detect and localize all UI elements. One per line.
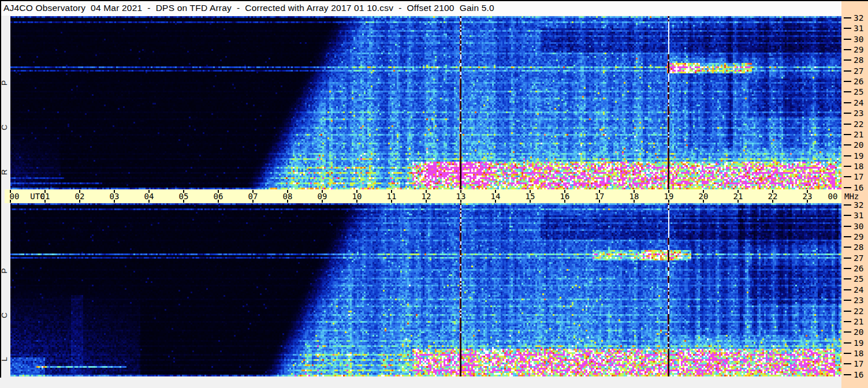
freq-label: 19 xyxy=(854,151,863,161)
time-label: 10 xyxy=(352,192,362,201)
freq-tick xyxy=(844,278,851,279)
freq-tick xyxy=(844,247,851,248)
freq-label: 32 xyxy=(854,13,863,23)
time-label: 23 xyxy=(803,192,813,201)
freq-tick xyxy=(844,236,851,237)
freq-label: 29 xyxy=(854,45,863,54)
freq-label: 22 xyxy=(854,120,863,129)
freq-label: 26 xyxy=(854,77,863,86)
freq-label: 29 xyxy=(854,232,863,241)
freq-label: 31 xyxy=(854,24,863,33)
freq-tick xyxy=(844,226,851,227)
freq-tick xyxy=(844,215,851,216)
panel-label-rcp: R C P xyxy=(0,61,10,176)
time-label: 16 xyxy=(560,192,570,201)
time-label: 11 xyxy=(387,192,397,201)
time-label: 02 xyxy=(75,192,85,201)
time-label: 06 xyxy=(214,192,223,201)
time-label: 04 xyxy=(144,192,154,201)
freq-label: 25 xyxy=(854,274,863,283)
time-label: 14 xyxy=(491,192,501,201)
freq-tick xyxy=(844,134,851,135)
freq-tick xyxy=(844,166,851,167)
time-unit-label: UTC xyxy=(30,192,44,201)
freq-label: 17 xyxy=(854,359,863,368)
time-label: 17 xyxy=(595,192,605,201)
freq-unit-label: MHz xyxy=(844,192,859,201)
freq-tick xyxy=(844,39,851,40)
frame-border-left xyxy=(0,0,1,378)
freq-label: 20 xyxy=(854,327,863,337)
freq-tick xyxy=(844,176,851,177)
title-bar: AJ4CO Observatory 04 Mar 2021 - DPS on T… xyxy=(0,0,841,16)
freq-label: 17 xyxy=(854,172,863,181)
time-label: 20 xyxy=(699,192,709,201)
freq-tick xyxy=(844,353,851,354)
freq-label: 31 xyxy=(854,211,863,220)
time-label: 22 xyxy=(768,192,778,201)
time-axis-band: 0001020304050607080910111213141516171819… xyxy=(5,189,841,203)
freq-tick xyxy=(844,321,851,322)
freq-label: 24 xyxy=(854,285,863,294)
frequency-scale-column: 3231302928272625242322212019181716323130… xyxy=(841,0,868,388)
freq-tick xyxy=(844,342,851,344)
freq-tick xyxy=(844,59,851,61)
freq-label: 30 xyxy=(854,222,863,231)
freq-label: 16 xyxy=(854,183,863,192)
freq-tick xyxy=(844,124,851,125)
panel-label-lcp: L C P xyxy=(0,248,10,363)
freq-label: 16 xyxy=(854,370,863,379)
time-label: 07 xyxy=(248,192,258,201)
freq-label: 24 xyxy=(854,98,863,107)
freq-label: 27 xyxy=(854,66,863,76)
frame-border-top xyxy=(0,0,868,1)
freq-tick xyxy=(844,144,851,146)
time-label: 21 xyxy=(733,192,743,201)
freq-label: 26 xyxy=(854,264,863,273)
freq-tick xyxy=(844,81,851,82)
freq-label: 32 xyxy=(854,200,863,210)
freq-label: 18 xyxy=(854,162,863,171)
window-title: AJ4CO Observatory 04 Mar 2021 - DPS on T… xyxy=(3,3,494,13)
time-label: 18 xyxy=(629,192,639,201)
time-label: 05 xyxy=(179,192,189,201)
freq-tick xyxy=(844,374,851,375)
freq-label: 23 xyxy=(854,296,863,305)
freq-tick xyxy=(844,311,851,312)
freq-label: 28 xyxy=(854,242,863,252)
freq-tick xyxy=(844,363,851,364)
freq-tick xyxy=(844,258,851,259)
spectrograph-viewer: AJ4CO Observatory 04 Mar 2021 - DPS on T… xyxy=(0,0,868,388)
freq-tick xyxy=(844,17,851,18)
time-label: 12 xyxy=(422,192,431,201)
freq-tick xyxy=(844,204,851,206)
time-label: 03 xyxy=(110,192,120,201)
time-label: 00 xyxy=(10,192,20,201)
freq-tick xyxy=(844,70,851,72)
spectrogram-panel-rcp xyxy=(10,16,842,189)
freq-tick xyxy=(844,28,851,29)
freq-label: 22 xyxy=(854,307,863,316)
freq-label: 21 xyxy=(854,130,863,139)
freq-tick xyxy=(844,331,851,333)
spectrogram-panel-lcp xyxy=(10,203,842,376)
freq-tick xyxy=(844,187,851,188)
freq-label: 20 xyxy=(854,140,863,150)
freq-label: 30 xyxy=(854,35,863,44)
freq-label: 25 xyxy=(854,87,863,96)
freq-tick xyxy=(844,300,851,301)
freq-tick xyxy=(844,113,851,114)
time-label: 15 xyxy=(526,192,535,201)
time-label: 13 xyxy=(456,192,466,201)
freq-tick xyxy=(844,91,851,92)
freq-label: 27 xyxy=(854,253,863,263)
time-label: 19 xyxy=(664,192,674,201)
freq-label: 28 xyxy=(854,55,863,65)
freq-label: 21 xyxy=(854,317,863,326)
freq-tick xyxy=(844,289,851,290)
time-label: 09 xyxy=(318,192,327,201)
time-label: 08 xyxy=(283,192,293,201)
time-label: 00 xyxy=(828,192,838,201)
freq-tick xyxy=(844,102,851,103)
freq-label: 18 xyxy=(854,349,863,358)
